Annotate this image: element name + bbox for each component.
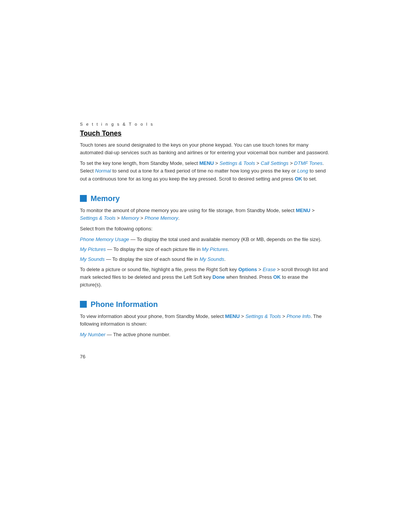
mem-opt2-dash: — To display the size of each picture fi… [106,246,202,252]
mem-gt2: > [115,215,121,221]
memory-para1: To monitor the amount of phone memory yo… [80,207,331,222]
mem-opt3-dash: — To display the size of each sound file… [105,256,199,262]
mem-opt2-link: My Pictures [80,246,106,252]
pi-gt1: > [240,313,245,319]
pi-gt2: > [281,313,287,319]
tt-para2-prefix: To set the key tone length, from Standby… [80,160,199,166]
tt-link1: Settings & Tools [220,160,255,166]
tt-ok: OK [295,176,302,182]
memory-section-heading: Memory [80,194,331,203]
tt-link2: Call Settings [261,160,288,166]
memory-option1: Phone Memory Usage — To display the tota… [80,236,331,243]
phone-info-option1: My Number — The active phone number. [80,331,331,339]
mem-opt3-period: . [224,256,226,262]
tt-gt2: > [255,160,261,166]
mem-opt2-link2: My Pictures [202,246,228,252]
tt-link3: DTMF Tones [294,160,322,166]
mem-opt3-link2: My Sounds [199,256,224,262]
memory-blue-square [80,195,87,202]
mem-opt1-link: Phone Memory Usage [80,236,129,242]
pi-menu: MENU [225,313,240,319]
page: S e t t i n g s & T o o l s Touch Tones … [0,0,411,532]
mem-options: Options [238,267,257,272]
memory-para3: To delete a picture or sound file, highl… [80,266,331,289]
tt-final: to set. [302,176,317,182]
memory-para2: Select from the following options: [80,225,331,233]
pi-link2: Phone Info [287,313,311,319]
memory-heading-text: Memory [91,194,120,203]
mem-link1: Settings & Tools [80,215,115,221]
memory-option3: My Sounds — To display the size of each … [80,256,331,263]
tt-menu: MENU [199,160,214,166]
mem-ok: OK [273,274,281,280]
touch-tones-title: Touch Tones [80,129,331,137]
mem-opt3-link: My Sounds [80,256,105,262]
touch-tones-para1: Touch tones are sound designated to the … [80,141,331,157]
pi-link1: Settings & Tools [245,313,281,319]
phone-info-section-heading: Phone Information [80,300,331,309]
content-area: S e t t i n g s & T o o l s Touch Tones … [80,0,331,436]
tt-gt3: > [288,160,294,166]
section-label: S e t t i n g s & T o o l s [80,122,331,126]
memory-option2: My Pictures — To display the size of eac… [80,246,331,253]
mem-para3-middle2: when finished. Press [225,274,273,280]
tt-gt1: > [214,160,220,166]
pi-opt1-link: My Number [80,332,105,337]
phone-info-blue-square [80,301,87,308]
mem-period: . [178,215,180,221]
mem-gt1: > [311,208,315,213]
page-number: 76 [80,354,331,359]
mem-opt1-dash: — To display the total used and availabl… [129,236,322,242]
mem-para3-prefix: To delete a picture or sound file, highl… [80,267,238,272]
phone-info-para1: To view information about your phone, fr… [80,313,331,328]
tt-rest: to send out a tone for a fixed period of… [111,168,297,174]
mem-link3: Phone Memory [145,215,178,221]
phone-info-heading-text: Phone Information [91,300,158,309]
pi-opt1-dash: — The active phone number. [105,332,170,337]
tt-link4: Normal [95,168,111,174]
mem-erase: Erase [263,267,276,272]
mem-opt2-period: . [228,246,229,252]
mem-para3-gt: > [257,267,263,272]
mem-gt3: > [139,215,145,221]
tt-link5: Long [297,168,308,174]
mem-menu: MENU [296,208,310,213]
mem-link2: Memory [121,215,139,221]
mem-done: Done [212,274,225,280]
touch-tones-para2: To set the key tone length, from Standby… [80,160,331,182]
pi-para1-prefix: To view information about your phone, fr… [80,313,225,319]
mem-para1-prefix: To monitor the amount of phone memory yo… [80,208,296,213]
